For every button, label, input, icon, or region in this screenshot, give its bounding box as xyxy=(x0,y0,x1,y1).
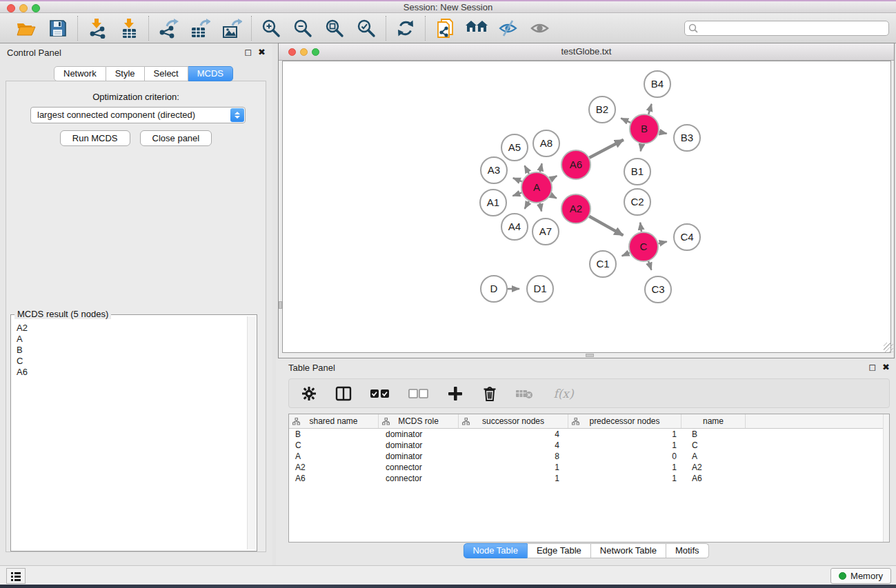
graph-node-C2[interactable]: C2 xyxy=(624,189,650,215)
clone-network-button[interactable] xyxy=(433,17,457,40)
result-item[interactable]: A6 xyxy=(17,367,243,378)
show-all-columns-button[interactable] xyxy=(369,385,391,403)
graph-edge-C-C4[interactable] xyxy=(658,242,666,244)
graph-node-A7[interactable]: A7 xyxy=(532,219,559,245)
float-table-panel-icon[interactable]: ◻ xyxy=(868,362,876,372)
export-image-button[interactable] xyxy=(220,17,243,40)
result-item[interactable]: A xyxy=(17,334,243,345)
graph-node-B2[interactable]: B2 xyxy=(589,97,615,123)
graph-edge-A-A5[interactable] xyxy=(524,165,528,174)
memory-button[interactable]: Memory xyxy=(830,568,891,584)
graph-edge-A6-B[interactable] xyxy=(589,140,623,158)
graph-node-C[interactable]: C xyxy=(629,232,658,261)
zoom-out-button[interactable] xyxy=(291,17,315,40)
graph-edge-C-C1[interactable] xyxy=(622,253,630,256)
zoom-fit-button[interactable] xyxy=(323,17,346,40)
function-builder-button[interactable]: f(x) xyxy=(550,385,577,403)
graph-edge-B-B3[interactable] xyxy=(659,132,667,134)
zoom-selected-button[interactable] xyxy=(355,17,378,40)
task-history-button[interactable] xyxy=(6,568,26,584)
export-network-button[interactable] xyxy=(157,17,180,40)
result-item[interactable]: B xyxy=(17,345,243,356)
destroy-table-button[interactable] xyxy=(515,385,533,403)
graph-node-A4[interactable]: A4 xyxy=(501,214,528,240)
column-header-name[interactable]: name xyxy=(681,414,746,428)
column-header-predecessor-nodes[interactable]: predecessor nodes xyxy=(568,414,681,428)
import-table-button[interactable] xyxy=(117,17,141,40)
graph-edge-A-A1[interactable] xyxy=(512,193,521,196)
graph-edge-C-C3[interactable] xyxy=(648,261,651,270)
graph-node-C3[interactable]: C3 xyxy=(645,276,671,303)
tab-select[interactable]: Select xyxy=(145,66,188,81)
tab-node-table[interactable]: Node Table xyxy=(463,543,528,558)
show-panel-button[interactable] xyxy=(528,17,552,40)
create-column-button[interactable] xyxy=(446,385,464,403)
open-session-button[interactable] xyxy=(14,17,38,40)
table-row[interactable]: Adominator80A xyxy=(289,451,889,462)
search-input[interactable] xyxy=(698,23,885,33)
graph-node-C4[interactable]: C4 xyxy=(674,224,700,250)
tab-network[interactable]: Network xyxy=(54,66,106,81)
tab-motifs[interactable]: Motifs xyxy=(666,543,709,558)
resize-grip[interactable] xyxy=(884,343,893,352)
graph-edge-A-A4[interactable] xyxy=(525,201,529,209)
graph-edge-A-A6[interactable] xyxy=(550,176,557,179)
graph-edge-B-B2[interactable] xyxy=(621,119,630,123)
result-item[interactable]: C xyxy=(17,356,243,367)
result-scrollbar[interactable] xyxy=(247,316,255,549)
column-header-shared-name[interactable]: shared name xyxy=(289,414,379,428)
graph-node-A8[interactable]: A8 xyxy=(533,130,559,156)
refresh-button[interactable] xyxy=(394,17,417,40)
graph-edge-A2-C[interactable] xyxy=(589,216,623,236)
column-header-successor-nodes[interactable]: successor nodes xyxy=(459,414,568,428)
graph-node-C1[interactable]: C1 xyxy=(590,251,616,277)
tab-style[interactable]: Style xyxy=(106,66,145,81)
graph-node-A[interactable]: A xyxy=(521,172,552,203)
tab-mcds[interactable]: MCDS xyxy=(188,66,233,81)
table-settings-button[interactable] xyxy=(300,385,318,403)
graph-edge-B-B4[interactable] xyxy=(648,104,651,114)
hide-panel-button[interactable] xyxy=(497,17,520,40)
table-row[interactable]: Cdominator41C xyxy=(289,440,889,451)
table-row[interactable]: A2connector11A2 xyxy=(289,462,889,473)
result-item[interactable]: A2 xyxy=(17,323,243,334)
graph-node-A2[interactable]: A2 xyxy=(561,194,590,223)
criterion-dropdown[interactable]: largest connected component (directed) xyxy=(30,107,246,123)
graph-node-B[interactable]: B xyxy=(630,114,659,143)
network-canvas[interactable]: A5A8A3A1A4A7AA6A2BB2B4B3B1CC2C4C1C3DD1 xyxy=(282,61,891,353)
save-session-button[interactable] xyxy=(46,17,70,40)
graph-node-D1[interactable]: D1 xyxy=(527,276,553,302)
graph-edge-A-A2[interactable] xyxy=(550,195,557,199)
close-panel-icon[interactable]: ✖ xyxy=(258,47,266,57)
hide-all-columns-button[interactable] xyxy=(408,385,430,403)
graph-edge-B-B1[interactable] xyxy=(641,144,642,152)
graph-edge-A-A3[interactable] xyxy=(513,178,522,181)
table-scrollbar[interactable] xyxy=(883,414,889,542)
split-view-button[interactable] xyxy=(335,385,352,403)
tab-edge-table[interactable]: Edge Table xyxy=(528,543,591,558)
vertical-scrollbar[interactable] xyxy=(279,61,282,353)
import-network-button[interactable] xyxy=(86,17,109,40)
export-table-button[interactable] xyxy=(188,17,212,40)
graph-node-B3[interactable]: B3 xyxy=(674,125,700,151)
home-button[interactable] xyxy=(465,17,488,40)
zoom-in-button[interactable] xyxy=(259,17,283,40)
close-panel-button[interactable]: Close panel xyxy=(140,130,212,146)
search-field[interactable] xyxy=(684,21,889,36)
graph-edge-A-A7[interactable] xyxy=(540,203,541,212)
delete-column-button[interactable] xyxy=(481,385,499,403)
graph-node-A3[interactable]: A3 xyxy=(481,157,507,183)
horizontal-scrollbar[interactable] xyxy=(282,354,891,357)
tab-network-table[interactable]: Network Table xyxy=(591,543,666,558)
graph-node-B4[interactable]: B4 xyxy=(644,71,670,97)
graph-edge-A-A8[interactable] xyxy=(540,163,542,172)
close-table-panel-icon[interactable]: ✖ xyxy=(882,362,890,372)
table-row[interactable]: Bdominator41B xyxy=(289,429,889,440)
column-header-MCDS-role[interactable]: MCDS role xyxy=(379,414,459,428)
graph-node-A5[interactable]: A5 xyxy=(501,134,528,161)
run-mcds-button[interactable]: Run MCDS xyxy=(60,130,130,146)
graph-node-B1[interactable]: B1 xyxy=(624,159,650,185)
graph-node-D[interactable]: D xyxy=(481,276,507,302)
graph-node-A1[interactable]: A1 xyxy=(480,190,506,216)
graph-edge-C-C2[interactable] xyxy=(640,223,641,232)
